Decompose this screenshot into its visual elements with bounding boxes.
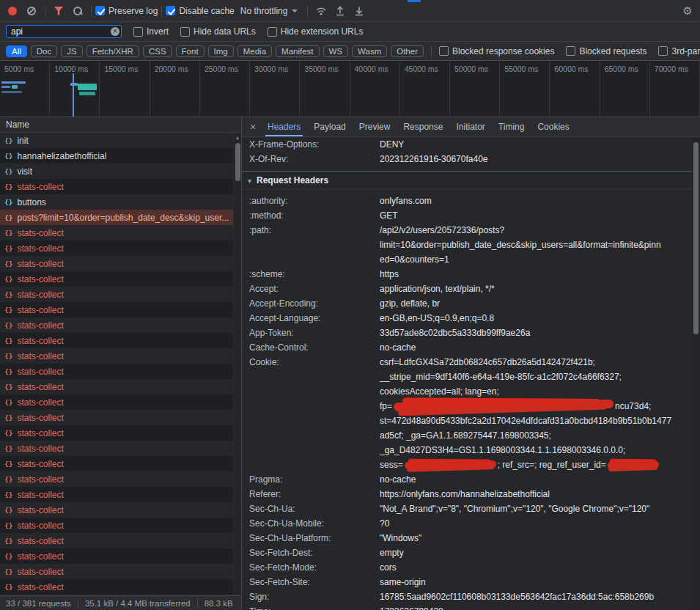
- request-row[interactable]: {} buttons: [0, 194, 241, 210]
- detail-tab[interactable]: Timing: [492, 117, 531, 136]
- request-name: stats-collect: [17, 274, 63, 284]
- request-name: visit: [17, 166, 32, 177]
- request-row[interactable]: {} stats-collect: [0, 456, 241, 471]
- filter-checkbox[interactable]: Invert: [133, 26, 169, 37]
- detail-tab[interactable]: Initiator: [449, 117, 491, 136]
- type-filter-chip[interactable]: Font: [176, 45, 205, 57]
- detail-tab[interactable]: Headers: [261, 117, 307, 136]
- request-row[interactable]: {} stats-collect: [0, 287, 241, 302]
- blocked-filter-checkbox[interactable]: Blocked requests: [566, 46, 646, 56]
- detail-tab[interactable]: Preview: [353, 117, 397, 136]
- type-filter-bar: All Doc JS Fetch/XHR CSS Font Img Media …: [0, 42, 700, 61]
- request-row[interactable]: {} hannahelizabethofficial: [0, 148, 241, 163]
- header-value: cors: [380, 560, 700, 575]
- request-row[interactable]: {} stats-collect: [0, 471, 241, 487]
- settings-button[interactable]: ⚙: [678, 2, 697, 20]
- request-row[interactable]: {} stats-collect: [0, 333, 241, 348]
- blocked-filter-checkbox[interactable]: 3rd-party requests: [658, 46, 700, 56]
- timeline-overview[interactable]: 5000 ms 10000 ms 15000 ms 20000 ms 25000…: [0, 61, 700, 117]
- request-headers-section[interactable]: ▾ Request Headers: [242, 172, 700, 190]
- detail-tab[interactable]: Payload: [307, 117, 352, 136]
- detail-tab[interactable]: Cookies: [531, 117, 575, 136]
- name-column-header[interactable]: Name: [0, 117, 241, 133]
- file-type-icon: {}: [4, 136, 12, 144]
- filter-toggle-button[interactable]: [49, 2, 68, 20]
- request-row[interactable]: {} stats-collect: [0, 256, 241, 271]
- request-row[interactable]: {} posts?limit=10&order=publish_date_des…: [0, 210, 241, 225]
- import-har-button[interactable]: [331, 2, 350, 20]
- header-name: Sign:: [242, 589, 380, 604]
- type-filter-chip[interactable]: Wasm: [352, 45, 387, 57]
- type-filter-chip[interactable]: Img: [208, 45, 234, 57]
- request-row[interactable]: {} stats-collect: [0, 179, 241, 194]
- request-details-panel: × Headers Payload Preview Response Initi…: [242, 117, 700, 610]
- type-filter-chip[interactable]: CSS: [143, 45, 172, 57]
- filter-checkbox[interactable]: Hide data URLs: [180, 26, 256, 37]
- type-filter-chip[interactable]: JS: [61, 45, 82, 57]
- resources-size: 88.3 kB: [205, 599, 233, 608]
- request-row[interactable]: {} stats-collect: [0, 394, 241, 410]
- disclosure-triangle-icon: ▾: [248, 177, 251, 185]
- request-row[interactable]: {} stats-collect: [0, 302, 241, 317]
- request-row[interactable]: {} stats-collect: [0, 271, 241, 287]
- type-filter-chip[interactable]: Other: [391, 45, 424, 57]
- request-list-scrollbar[interactable]: ▲: [233, 133, 241, 595]
- header-name: Accept:: [242, 282, 380, 296]
- request-row[interactable]: {} stats-collect: [0, 317, 241, 333]
- header-value: 16785:5aad9602cf110608b03133de563642fac1…: [380, 589, 700, 604]
- request-row[interactable]: {} stats-collect: [0, 364, 241, 379]
- type-filter-chip[interactable]: Media: [237, 45, 272, 57]
- request-row[interactable]: {} stats-collect: [0, 502, 241, 518]
- file-type-icon: {}: [4, 229, 12, 237]
- request-row[interactable]: {} stats-collect: [0, 518, 241, 533]
- type-filter-chip[interactable]: WS: [323, 45, 349, 57]
- disable-cache-checkbox[interactable]: Disable cache: [166, 6, 234, 16]
- scrollbar-thumb[interactable]: [693, 142, 699, 334]
- header-value: empty: [380, 545, 700, 560]
- type-filter-chip[interactable]: Manifest: [276, 45, 319, 57]
- request-row[interactable]: {} stats-collect: [0, 425, 241, 441]
- file-type-icon: {}: [4, 537, 12, 545]
- request-row[interactable]: {} stats-collect: [0, 579, 241, 595]
- throttling-dropdown[interactable]: No throttling: [235, 6, 304, 16]
- chip-label: All: [12, 47, 21, 56]
- type-filter-chip[interactable]: All: [6, 45, 27, 57]
- checkbox-box: [268, 27, 277, 37]
- request-row[interactable]: {} stats-collect: [0, 225, 241, 240]
- type-filter-chip[interactable]: Doc: [31, 45, 57, 57]
- request-row[interactable]: {} stats-collect: [0, 548, 241, 564]
- request-row[interactable]: {} stats-collect: [0, 487, 241, 502]
- request-row[interactable]: {} visit: [0, 163, 241, 179]
- request-name: stats-collect: [17, 320, 63, 331]
- type-filter-chip[interactable]: Fetch/XHR: [86, 45, 139, 57]
- clear-button[interactable]: [22, 2, 41, 20]
- header-row: Sign:16785:5aad9602cf110608b03133de56364…: [242, 589, 700, 604]
- search-button[interactable]: [68, 2, 87, 20]
- request-row[interactable]: {} init: [0, 133, 241, 148]
- clear-input-icon[interactable]: ×: [111, 27, 119, 36]
- toolbar-separator: [431, 45, 432, 57]
- export-har-button[interactable]: [350, 2, 369, 20]
- scrollbar-thumb[interactable]: [235, 143, 240, 181]
- details-scrollbar[interactable]: [692, 138, 700, 610]
- request-name: stats-collect: [17, 367, 63, 377]
- request-row[interactable]: {} stats-collect: [0, 348, 241, 364]
- request-row[interactable]: {} stats-collect: [0, 533, 241, 548]
- blocked-filter-checkbox[interactable]: Blocked response cookies: [439, 46, 554, 56]
- record-button[interactable]: [3, 2, 22, 20]
- request-row[interactable]: {} stats-collect: [0, 441, 241, 456]
- file-type-icon: {}: [4, 444, 12, 452]
- request-row[interactable]: {} stats-collect: [0, 379, 241, 394]
- request-row[interactable]: {} stats-collect: [0, 410, 241, 425]
- request-row[interactable]: {} stats-collect: [0, 564, 241, 579]
- detail-tab[interactable]: Response: [397, 117, 449, 136]
- filter-input[interactable]: [6, 25, 122, 38]
- request-row[interactable]: {} stats-collect: [0, 240, 241, 256]
- network-conditions-button[interactable]: [312, 2, 331, 20]
- close-details-button[interactable]: ×: [245, 121, 261, 133]
- preserve-log-checkbox[interactable]: Preserve log: [95, 6, 158, 16]
- chip-label: Doc: [37, 47, 51, 56]
- filter-checkbox[interactable]: Hide extension URLs: [268, 26, 364, 37]
- scroll-up-icon[interactable]: ▲: [234, 133, 241, 142]
- overview-waterfall-bar: [1, 91, 22, 93]
